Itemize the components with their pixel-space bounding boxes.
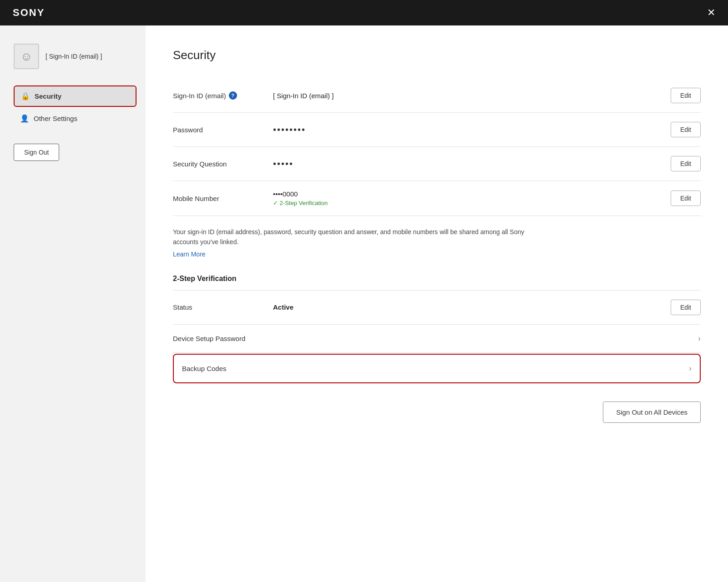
device-setup-chevron-icon: › xyxy=(698,334,701,343)
password-label: Password xyxy=(173,126,273,134)
page-title: Security xyxy=(173,48,701,62)
mobile-number-row: Mobile Number ••••0000 ✓ 2-Step Verifica… xyxy=(173,181,701,216)
sidebar-other-settings-label: Other Settings xyxy=(34,115,77,122)
sign-out-all-button[interactable]: Sign Out on All Devices xyxy=(603,401,701,423)
security-question-row: Security Question ••••• Edit xyxy=(173,147,701,181)
sidebar-security-label: Security xyxy=(35,92,61,100)
mobile-number-label: Mobile Number xyxy=(173,195,273,202)
user-info: ☺ [ Sign-In ID (email) ] xyxy=(14,44,136,69)
sidebar-item-security[interactable]: 🔒 Security xyxy=(14,85,136,107)
two-step-section: Status Active Edit Device Setup Password… xyxy=(173,290,701,383)
password-edit-button[interactable]: Edit xyxy=(671,122,701,137)
two-step-badge: ✓ 2-Step Verification xyxy=(273,200,671,206)
person-icon: 👤 xyxy=(20,114,29,123)
two-step-status-label: Status xyxy=(173,303,273,311)
info-text: Your sign-in ID (email address), passwor… xyxy=(173,227,546,247)
device-setup-row[interactable]: Device Setup Password › xyxy=(173,325,701,353)
backup-codes-label: Backup Codes xyxy=(182,365,689,372)
security-question-value: ••••• xyxy=(273,159,671,169)
signin-id-row: Sign-In ID (email) ? [ Sign-In ID (email… xyxy=(173,79,701,113)
mobile-number-value: ••••0000 ✓ 2-Step Verification xyxy=(273,190,671,206)
two-step-edit-button[interactable]: Edit xyxy=(671,300,701,315)
avatar-icon: ☺ xyxy=(20,50,33,64)
password-value: •••••••• xyxy=(273,125,671,135)
bottom-actions: Sign Out on All Devices xyxy=(173,401,701,423)
signin-id-label: Sign-In ID (email) ? xyxy=(173,91,273,100)
sidebar: ☺ [ Sign-In ID (email) ] 🔒 Security 👤 Ot… xyxy=(0,25,146,582)
two-step-status-row: Status Active Edit xyxy=(173,291,701,325)
sign-out-button[interactable]: Sign Out xyxy=(14,144,59,161)
backup-codes-row[interactable]: Backup Codes › xyxy=(173,354,701,383)
signin-id-value: [ Sign-In ID (email) ] xyxy=(273,92,671,100)
close-button[interactable]: ✕ xyxy=(707,8,715,18)
device-setup-label: Device Setup Password xyxy=(173,335,698,342)
user-label: [ Sign-In ID (email) ] xyxy=(46,53,102,60)
sidebar-item-other-settings[interactable]: 👤 Other Settings xyxy=(14,109,136,128)
learn-more-link[interactable]: Learn More xyxy=(173,251,206,258)
lock-icon: 🔒 xyxy=(21,92,30,100)
avatar: ☺ xyxy=(14,44,39,69)
content-area: Security Sign-In ID (email) ? [ Sign-In … xyxy=(146,25,728,582)
two-step-status-value: Active xyxy=(273,303,671,311)
main-container: ☺ [ Sign-In ID (email) ] 🔒 Security 👤 Ot… xyxy=(0,25,728,582)
security-question-edit-button[interactable]: Edit xyxy=(671,156,701,171)
password-row: Password •••••••• Edit xyxy=(173,113,701,147)
backup-codes-chevron-icon: › xyxy=(689,364,692,373)
two-step-heading: 2-Step Verification xyxy=(173,275,701,283)
header: SONY ✕ xyxy=(0,0,728,25)
security-question-label: Security Question xyxy=(173,160,273,168)
sony-logo: SONY xyxy=(13,7,45,19)
signin-id-edit-button[interactable]: Edit xyxy=(671,88,701,103)
help-icon[interactable]: ? xyxy=(229,91,237,100)
mobile-number-edit-button[interactable]: Edit xyxy=(671,191,701,206)
